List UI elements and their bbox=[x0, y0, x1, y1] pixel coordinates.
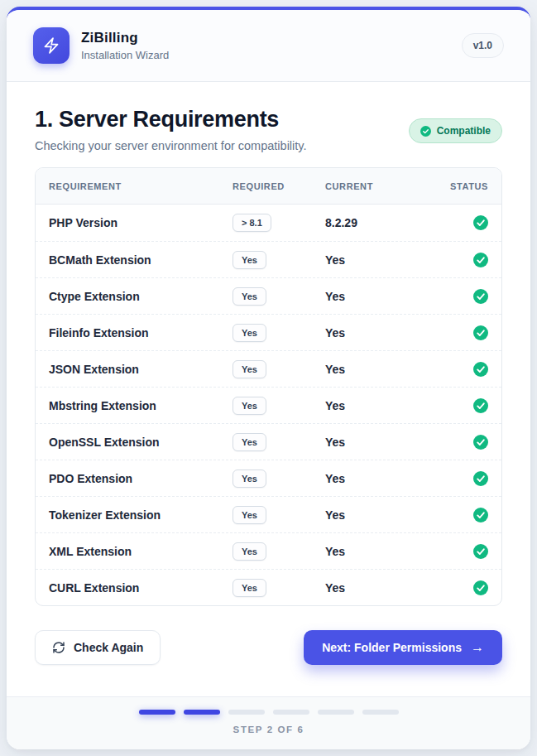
required-badge: Yes bbox=[233, 397, 266, 415]
step-label: STEP 2 OF 6 bbox=[7, 725, 530, 734]
status-pass-icon bbox=[473, 544, 488, 559]
requirement-name: Ctype Extension bbox=[49, 290, 233, 303]
title-row: 1. Server Requirements Checking your ser… bbox=[35, 107, 502, 152]
refresh-icon bbox=[52, 641, 65, 654]
actions-row: Check Again Next: Folder Permissions → bbox=[35, 630, 502, 665]
column-header-current: Current bbox=[325, 181, 448, 191]
progress-segment-6 bbox=[362, 710, 399, 715]
status-pass-icon bbox=[473, 362, 488, 377]
current-value: Yes bbox=[325, 290, 448, 303]
required-cell: Yes bbox=[233, 251, 325, 269]
current-value: Yes bbox=[325, 508, 448, 522]
status-cell bbox=[473, 362, 488, 377]
app-name: ZiBilling bbox=[81, 30, 169, 46]
requirement-name: PDO Extension bbox=[49, 472, 233, 485]
current-value: Yes bbox=[325, 253, 448, 267]
wizard-footer: STEP 2 OF 6 bbox=[7, 696, 530, 749]
status-cell bbox=[473, 253, 488, 267]
version-badge: v1.0 bbox=[462, 33, 504, 58]
next-button[interactable]: Next: Folder Permissions → bbox=[304, 630, 502, 665]
title-block: 1. Server Requirements Checking your ser… bbox=[35, 107, 307, 152]
next-button-label: Next: Folder Permissions bbox=[322, 641, 462, 654]
lightning-bolt-icon bbox=[42, 36, 60, 55]
required-cell: Yes bbox=[233, 324, 325, 342]
current-value: Yes bbox=[325, 545, 448, 558]
required-cell: Yes bbox=[233, 433, 325, 451]
table-row: PHP Version> 8.18.2.29 bbox=[36, 205, 501, 241]
required-cell: Yes bbox=[233, 287, 325, 306]
status-pass-icon bbox=[473, 253, 488, 267]
table-header-row: RequirementRequiredCurrentStatus bbox=[36, 168, 501, 205]
status-pass-icon bbox=[473, 289, 488, 304]
check-again-label: Check Again bbox=[74, 641, 143, 654]
arrow-right-icon: → bbox=[471, 640, 484, 655]
required-cell: Yes bbox=[233, 506, 325, 524]
progress-segment-3 bbox=[228, 710, 265, 715]
current-value: Yes bbox=[325, 399, 448, 412]
page-title: 1. Server Requirements bbox=[35, 107, 307, 132]
table-row: XML ExtensionYesYes bbox=[36, 532, 501, 569]
progress-segment-1 bbox=[139, 710, 175, 715]
wizard-header: ZiBilling Installation Wizard v1.0 bbox=[7, 10, 530, 82]
required-cell: Yes bbox=[233, 542, 325, 561]
step-progress bbox=[7, 710, 530, 715]
requirement-name: BCMath Extension bbox=[49, 253, 233, 267]
required-badge: Yes bbox=[233, 506, 266, 524]
required-cell: Yes bbox=[233, 469, 325, 488]
brand-text: ZiBilling Installation Wizard bbox=[81, 30, 169, 61]
current-value: Yes bbox=[325, 326, 448, 339]
table-body: PHP Version> 8.18.2.29BCMath ExtensionYe… bbox=[36, 205, 501, 605]
wizard-body: 1. Server Requirements Checking your ser… bbox=[7, 82, 530, 665]
requirement-name: CURL Extension bbox=[49, 581, 233, 595]
required-badge: Yes bbox=[233, 469, 266, 488]
table-row: Ctype ExtensionYesYes bbox=[36, 277, 501, 314]
column-header-requirement: Requirement bbox=[49, 181, 233, 191]
required-badge: Yes bbox=[233, 287, 266, 306]
table-row: PDO ExtensionYesYes bbox=[36, 460, 501, 496]
requirement-name: OpenSSL Extension bbox=[49, 436, 233, 449]
table-row: OpenSSL ExtensionYesYes bbox=[36, 423, 501, 460]
status-pass-icon bbox=[473, 508, 488, 522]
required-badge: > 8.1 bbox=[233, 214, 271, 232]
status-pass-icon bbox=[473, 435, 488, 450]
table-row: BCMath ExtensionYesYes bbox=[36, 241, 501, 277]
column-header-status: Status bbox=[450, 181, 488, 191]
current-value: Yes bbox=[325, 581, 448, 595]
required-badge: Yes bbox=[233, 542, 266, 561]
requirement-name: Tokenizer Extension bbox=[49, 508, 233, 522]
status-cell bbox=[473, 508, 488, 522]
status-cell bbox=[473, 215, 488, 230]
required-badge: Yes bbox=[233, 360, 266, 378]
status-pass-icon bbox=[473, 471, 488, 486]
required-badge: Yes bbox=[233, 251, 266, 269]
requirements-table: RequirementRequiredCurrentStatus PHP Ver… bbox=[35, 167, 502, 606]
required-cell: Yes bbox=[233, 360, 325, 378]
table-row: Fileinfo ExtensionYesYes bbox=[36, 314, 501, 350]
status-cell bbox=[473, 544, 488, 559]
requirement-name: Fileinfo Extension bbox=[49, 326, 233, 339]
check-again-button[interactable]: Check Again bbox=[35, 630, 161, 665]
requirement-name: Mbstring Extension bbox=[49, 399, 233, 412]
app-logo bbox=[33, 27, 70, 64]
current-value: Yes bbox=[325, 436, 448, 449]
current-value: Yes bbox=[325, 363, 448, 376]
requirement-name: PHP Version bbox=[49, 216, 233, 229]
compatible-badge-label: Compatible bbox=[437, 125, 491, 137]
column-header-required: Required bbox=[233, 181, 325, 191]
status-cell bbox=[473, 471, 488, 486]
check-circle-icon bbox=[420, 126, 431, 137]
status-pass-icon bbox=[473, 325, 488, 340]
progress-segment-5 bbox=[318, 710, 354, 715]
status-cell bbox=[473, 398, 488, 413]
current-value: 8.2.29 bbox=[325, 216, 448, 229]
status-cell bbox=[473, 435, 488, 450]
required-cell: Yes bbox=[233, 397, 325, 415]
status-cell bbox=[473, 325, 488, 340]
required-badge: Yes bbox=[233, 433, 266, 451]
progress-segment-2 bbox=[184, 710, 220, 715]
page-background: ZiBilling Installation Wizard v1.0 1. Se… bbox=[0, 0, 537, 756]
table-row: CURL ExtensionYesYes bbox=[36, 569, 501, 605]
table-row: Mbstring ExtensionYesYes bbox=[36, 387, 501, 423]
status-cell bbox=[473, 580, 488, 595]
table-row: JSON ExtensionYesYes bbox=[36, 350, 501, 387]
